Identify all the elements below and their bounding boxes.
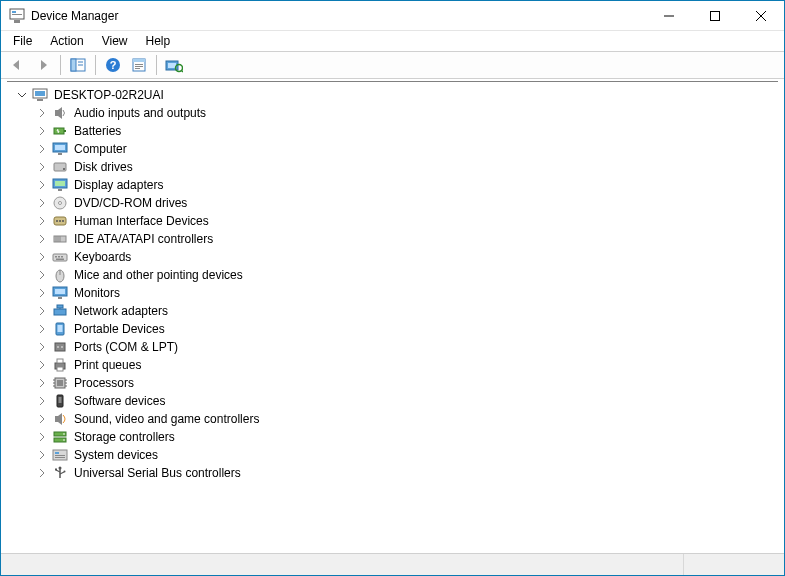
svg-rect-18	[135, 68, 140, 69]
maximize-button[interactable]	[692, 1, 738, 31]
menu-action[interactable]: Action	[42, 33, 91, 49]
tree-item[interactable]: Software devices	[13, 392, 778, 410]
battery-icon	[52, 123, 68, 139]
svg-rect-9	[71, 59, 76, 71]
chevron-right-icon[interactable]	[35, 106, 49, 120]
tree-item[interactable]: Disk drives	[13, 158, 778, 176]
tree-item[interactable]: Print queues	[13, 356, 778, 374]
back-button[interactable]	[5, 54, 29, 76]
tree-item[interactable]: Processors	[13, 374, 778, 392]
keyboard-icon	[52, 249, 68, 265]
port-icon	[52, 339, 68, 355]
usb-icon	[52, 465, 68, 481]
chevron-right-icon[interactable]	[35, 376, 49, 390]
forward-button[interactable]	[31, 54, 55, 76]
chevron-right-icon[interactable]	[35, 448, 49, 462]
tree-item[interactable]: Storage controllers	[13, 428, 778, 446]
tree-root-label: DESKTOP-02R2UAI	[52, 86, 166, 104]
svg-rect-3	[12, 14, 22, 15]
tree-item[interactable]: Audio inputs and outputs	[13, 104, 778, 122]
tree-item[interactable]: System devices	[13, 446, 778, 464]
tree-item[interactable]: Mice and other pointing devices	[13, 266, 778, 284]
chevron-right-icon[interactable]	[35, 178, 49, 192]
status-bar	[1, 553, 784, 575]
chevron-right-icon[interactable]	[35, 304, 49, 318]
tree-item[interactable]: Portable Devices	[13, 320, 778, 338]
chevron-right-icon[interactable]	[35, 196, 49, 210]
tree-item[interactable]: Universal Serial Bus controllers	[13, 464, 778, 482]
device-tree[interactable]: DESKTOP-02R2UAI Audio inputs and outputs…	[7, 81, 778, 549]
disk-icon	[52, 159, 68, 175]
chevron-right-icon[interactable]	[35, 124, 49, 138]
tree-item[interactable]: Batteries	[13, 122, 778, 140]
monitor-icon	[52, 285, 68, 301]
tree-root-node[interactable]: DESKTOP-02R2UAI	[13, 86, 778, 104]
menu-file[interactable]: File	[5, 33, 40, 49]
toolbar-separator	[60, 55, 61, 75]
system-icon	[52, 447, 68, 463]
svg-rect-20	[168, 63, 176, 68]
tree-item[interactable]: Monitors	[13, 284, 778, 302]
tree-item[interactable]: Network adapters	[13, 302, 778, 320]
tree-item[interactable]: DVD/CD-ROM drives	[13, 194, 778, 212]
speaker-icon	[52, 105, 68, 121]
tree-item[interactable]: Ports (COM & LPT)	[13, 338, 778, 356]
close-button[interactable]	[738, 1, 784, 31]
properties-button[interactable]	[127, 54, 151, 76]
svg-rect-17	[135, 66, 143, 67]
chevron-right-icon[interactable]	[35, 286, 49, 300]
show-hide-tree-button[interactable]	[66, 54, 90, 76]
scan-hardware-button[interactable]	[162, 54, 186, 76]
tree-item[interactable]: Human Interface Devices	[13, 212, 778, 230]
tree-item-label: Network adapters	[72, 302, 170, 320]
chevron-right-icon[interactable]	[35, 250, 49, 264]
tree-item[interactable]: Display adapters	[13, 176, 778, 194]
chevron-right-icon[interactable]	[35, 412, 49, 426]
chevron-right-icon[interactable]	[35, 340, 49, 354]
tree-item[interactable]: IDE ATA/ATAPI controllers	[13, 230, 778, 248]
chevron-right-icon[interactable]	[35, 430, 49, 444]
chevron-down-icon[interactable]	[15, 88, 29, 102]
menu-help[interactable]: Help	[138, 33, 179, 49]
svg-rect-2	[12, 11, 16, 13]
tree-item-label: Portable Devices	[72, 320, 167, 338]
tree-item[interactable]: Sound, video and game controllers	[13, 410, 778, 428]
tree-item-label: Mice and other pointing devices	[72, 266, 245, 284]
software-icon	[52, 393, 68, 409]
app-icon	[9, 8, 25, 24]
display-icon	[52, 177, 68, 193]
window-title: Device Manager	[31, 9, 118, 23]
chevron-right-icon[interactable]	[35, 466, 49, 480]
chevron-right-icon[interactable]	[35, 232, 49, 246]
status-cell	[1, 554, 684, 575]
svg-line-22	[181, 70, 183, 72]
tree-item-label: Human Interface Devices	[72, 212, 211, 230]
chevron-right-icon[interactable]	[35, 358, 49, 372]
tree-item-label: Disk drives	[72, 158, 135, 176]
minimize-button[interactable]	[646, 1, 692, 31]
storage-icon	[52, 429, 68, 445]
cpu-icon	[52, 375, 68, 391]
monitor-icon	[52, 141, 68, 157]
chevron-right-icon[interactable]	[35, 268, 49, 282]
tree-item-label: Computer	[72, 140, 129, 158]
menu-view[interactable]: View	[94, 33, 136, 49]
chevron-right-icon[interactable]	[35, 142, 49, 156]
chevron-right-icon[interactable]	[35, 394, 49, 408]
network-icon	[52, 303, 68, 319]
portable-icon	[52, 321, 68, 337]
tree-item[interactable]: Keyboards	[13, 248, 778, 266]
help-button[interactable]: ?	[101, 54, 125, 76]
sound-icon	[52, 411, 68, 427]
tree-item[interactable]: Computer	[13, 140, 778, 158]
tree-item-label: Keyboards	[72, 248, 133, 266]
toolbar-separator	[156, 55, 157, 75]
chevron-right-icon[interactable]	[35, 322, 49, 336]
chevron-right-icon[interactable]	[35, 160, 49, 174]
status-cell	[684, 554, 784, 575]
tree-item-label: Print queues	[72, 356, 143, 374]
chevron-right-icon[interactable]	[35, 214, 49, 228]
svg-rect-24	[35, 91, 45, 96]
disc-icon	[52, 195, 68, 211]
tree-item-label: Universal Serial Bus controllers	[72, 464, 243, 482]
